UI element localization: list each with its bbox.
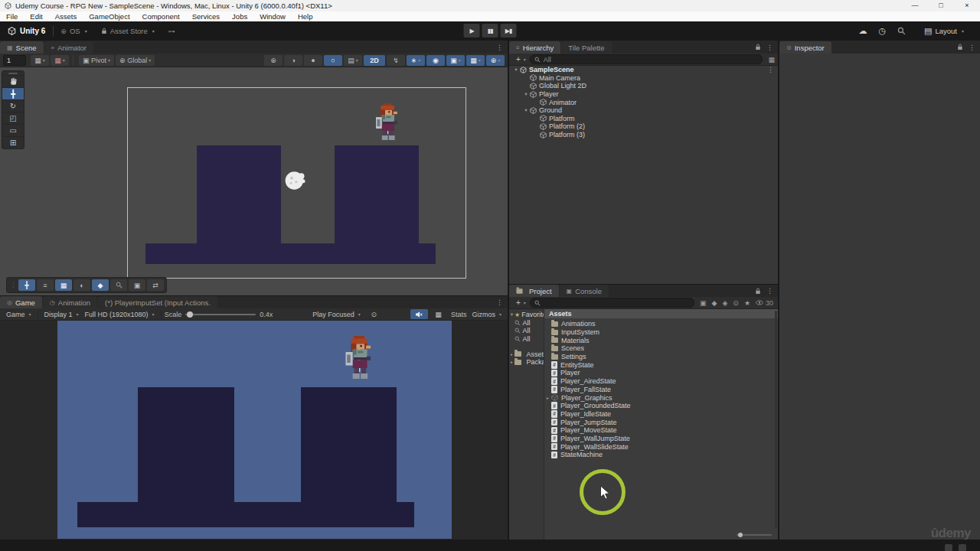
menu-jobs[interactable]: Jobs (226, 11, 253, 21)
hierarchy-row[interactable]: ▼SampleScene⋮ (509, 66, 778, 74)
tab-animator[interactable]: »Animator (44, 41, 93, 54)
rect-tool[interactable]: ▭ (2, 124, 24, 136)
display-dropdown[interactable]: Display 1 ▾ (41, 311, 82, 318)
play-button[interactable]: ▶ (464, 24, 480, 37)
resolution-dropdown[interactable]: Full HD (1920x1080) ▾ (82, 311, 158, 318)
pause-button[interactable]: ▮▮ (482, 24, 498, 37)
game-viewport[interactable] (0, 321, 508, 540)
tab-animation[interactable]: ◷Animation (43, 296, 97, 308)
project-root-assets[interactable]: ▸ Assets (509, 350, 544, 358)
project-root-packages[interactable]: ▸ Packages (509, 358, 544, 367)
kebab-menu-icon[interactable]: ⋮ (766, 44, 773, 51)
hierarchy-row[interactable]: ▼Player (509, 90, 778, 99)
multiplayer-button[interactable]: ⊶ (162, 28, 182, 35)
search-filter-icon[interactable]: ▦ (768, 56, 775, 64)
pivot-dropdown[interactable]: ▣ Pivot ▾ (79, 55, 114, 66)
play-focused-dropdown[interactable]: Play Focused ▾ (309, 311, 364, 318)
close-button[interactable]: × (954, 0, 980, 11)
maximize-button[interactable]: □ (928, 0, 954, 11)
favorite-search-item[interactable]: All (509, 327, 544, 335)
hierarchy-search-input[interactable]: All (530, 54, 763, 64)
keyboard-icon[interactable]: ▦ (430, 309, 447, 319)
project-file[interactable]: #Player_FallState (544, 386, 778, 394)
menu-services[interactable]: Services (186, 11, 226, 21)
tab-scene[interactable]: ▦Scene (0, 41, 44, 54)
history-icon[interactable]: ◷ (878, 26, 886, 36)
scene-visibility-icon[interactable]: ◉ (426, 55, 445, 66)
search-icon[interactable] (897, 27, 906, 35)
rotate-tool[interactable]: ↻ (2, 99, 24, 112)
project-file[interactable]: Animations (544, 320, 778, 328)
favorite-search-item[interactable]: All (509, 319, 544, 328)
favorites-header[interactable]: ▼★Favorites (509, 311, 544, 319)
project-file[interactable]: #Player_AiredState (544, 377, 778, 386)
light-mode-icon[interactable]: ● (304, 55, 322, 66)
project-file[interactable]: Scenes (544, 344, 778, 353)
project-file[interactable]: #StateMachine (544, 451, 778, 459)
menu-window[interactable]: Window (253, 11, 292, 21)
favorites-star-icon[interactable]: ★ (744, 299, 750, 307)
expand-arrow-icon[interactable]: ▸ (509, 352, 514, 357)
expand-arrow-icon[interactable]: ▼ (522, 92, 530, 96)
hidden-packages-count[interactable]: 30 (756, 299, 775, 307)
scene-lighting-icon[interactable]: ↯ (387, 55, 405, 66)
os-dropdown[interactable]: ⊕ OS ▾ (54, 27, 93, 35)
hierarchy-row[interactable]: Animator (509, 98, 778, 106)
mute-audio-button[interactable] (410, 309, 428, 319)
menu-gameobject[interactable]: GameObject (83, 11, 136, 21)
favorite-search-item[interactable]: All (509, 335, 544, 344)
kebab-menu-icon[interactable]: ⋮ (766, 287, 773, 295)
hierarchy-row[interactable]: Platform (509, 115, 778, 123)
project-file[interactable]: #Player_GroundedState (544, 402, 778, 410)
tab-inspector[interactable]: ⊙ Inspector (779, 41, 831, 54)
lock-icon[interactable] (755, 44, 761, 51)
overlay-tile-grid-tool[interactable]: ▦ (55, 279, 72, 291)
lock-icon[interactable] (755, 288, 761, 295)
lock-icon[interactable] (957, 44, 963, 51)
hierarchy-row[interactable]: ▼Ground (509, 106, 778, 115)
snap-increment-field[interactable]: 1 (3, 55, 26, 66)
layout-dropdown[interactable]: ▤ Layout ▾ (917, 26, 971, 36)
kebab-menu-icon[interactable]: ⋮ (496, 298, 503, 306)
overlay-move-tool[interactable]: ╋ (18, 279, 35, 291)
menu-edit[interactable]: Edit (24, 11, 48, 21)
bug-icon[interactable]: ⊙ (365, 309, 383, 319)
magnet-snap-icon[interactable]: ▦▾ (51, 55, 69, 66)
project-file[interactable]: ▸Player_Graphics (544, 393, 778, 402)
expand-arrow-icon[interactable]: ▸ (544, 396, 551, 400)
project-file[interactable]: #Player_MoveState (544, 426, 778, 435)
step-button[interactable]: ▶▮ (501, 24, 517, 37)
global-dropdown[interactable]: ⊕ Global ▾ (116, 55, 155, 66)
tab-hierarchy[interactable]: ≡ Hierarchy (509, 41, 560, 54)
project-file[interactable]: #Player_JumpState (544, 418, 778, 426)
outline-mode-icon[interactable]: ○ (324, 55, 342, 66)
vertical-scrollbar[interactable] (775, 311, 777, 529)
scene-grid-icon[interactable]: ▦▾ (466, 55, 485, 66)
icon-size-knob[interactable] (738, 533, 743, 537)
grid-snap-icon[interactable]: ▦▾ (31, 55, 49, 66)
kebab-menu-icon[interactable]: ⋮ (969, 44, 975, 51)
move-tool[interactable]: ╋ (2, 87, 24, 99)
create-asset-button[interactable]: + ▾ (512, 298, 530, 307)
kebab-menu-icon[interactable]: ⋮ (767, 66, 778, 73)
open-search-window-icon[interactable]: ▣ (700, 299, 707, 307)
scene-effects-icon[interactable]: ∗▾ (407, 55, 425, 66)
overlay-drag-handle[interactable]: ⋮ (8, 282, 18, 289)
transform-tool[interactable]: ⊞ (2, 136, 24, 148)
assets-breadcrumb[interactable]: Assets (544, 309, 778, 318)
2d-toggle[interactable]: 2D (364, 55, 385, 66)
tab-console[interactable]: ▣ Console (560, 285, 609, 297)
project-file[interactable]: Settings (544, 353, 778, 361)
shaded-mode-icon[interactable]: ⊕ (264, 55, 283, 66)
scene-camera-icon[interactable]: ▣▾ (446, 55, 465, 66)
tab-project[interactable]: Project (509, 285, 559, 297)
expand-arrow-icon[interactable]: ▼ (522, 108, 530, 112)
minimize-button[interactable]: — (902, 0, 928, 11)
hierarchy-row[interactable]: Platform (3) (509, 131, 778, 139)
project-search-input[interactable] (530, 298, 694, 308)
half-shaded-mode-icon[interactable]: ◑ (284, 55, 302, 66)
overlay-shuffle-tool[interactable]: ⇄ (147, 279, 164, 291)
overlay-zoom-tool[interactable] (110, 279, 127, 291)
menu-assets[interactable]: Assets (49, 11, 83, 21)
info-icon[interactable]: ⊙ (733, 299, 739, 307)
